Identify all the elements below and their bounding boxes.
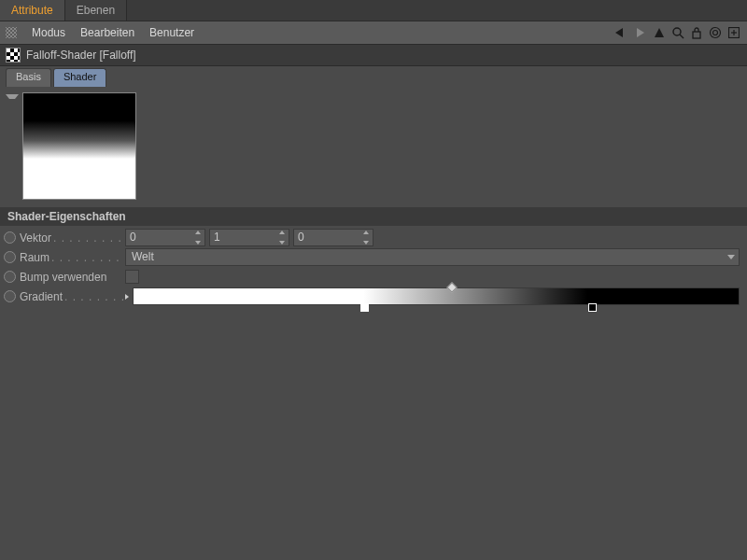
breadcrumb-text: Falloff-Shader [Falloff]	[26, 49, 136, 62]
row-vektor: Vektor . . . . . . . . . . . . . . . . .…	[4, 228, 743, 247]
spinner-icon[interactable]	[195, 231, 203, 245]
shader-preview[interactable]	[22, 92, 136, 200]
shader-type-icon	[6, 48, 21, 63]
subtab-basis[interactable]: Basis	[6, 68, 51, 87]
menu-bearbeiten[interactable]: Bearbeiten	[73, 26, 142, 39]
lock-icon[interactable]	[689, 25, 704, 40]
expand-gradient-icon[interactable]	[125, 294, 129, 300]
subtab-shader[interactable]: Shader	[53, 68, 106, 87]
raum-dropdown[interactable]: Welt	[125, 248, 740, 266]
svg-point-3	[673, 28, 681, 35]
vektor-y-input[interactable]: 1	[209, 229, 289, 246]
vektor-y-value: 1	[214, 231, 220, 244]
new-window-icon[interactable]	[726, 25, 741, 40]
vektor-z-value: 0	[298, 231, 304, 244]
dots: . . . . . . . . . . . . . . . . . . . . …	[53, 231, 125, 245]
forward-icon[interactable]	[633, 25, 648, 40]
svg-point-7	[713, 31, 718, 35]
anim-dot-raum[interactable]	[4, 251, 16, 263]
svg-point-6	[711, 28, 721, 38]
breadcrumb: Falloff-Shader [Falloff]	[0, 45, 747, 66]
label-bump: Bump verwenden	[20, 271, 106, 284]
label-raum: Raum	[20, 251, 49, 264]
row-gradient: Gradient . . . . . . . . . . . . . . . .…	[4, 287, 743, 306]
bump-checkbox[interactable]	[125, 270, 139, 284]
dots: . . . . . . . . . . . . . . . . . . . . …	[51, 251, 125, 264]
menu-modus[interactable]: Modus	[24, 26, 73, 39]
gradient-editor[interactable]	[133, 287, 740, 305]
section-header: Shader-Eigenschaften	[0, 207, 747, 226]
gradient-stop-black[interactable]	[588, 303, 597, 312]
tab-ebenen[interactable]: Ebenen	[65, 0, 127, 21]
row-bump: Bump verwenden	[4, 267, 743, 287]
vektor-z-input[interactable]: 0	[293, 229, 374, 246]
svg-marker-0	[615, 28, 623, 37]
menu-benutzer[interactable]: Benutzer	[142, 26, 202, 39]
vektor-x-value: 0	[130, 231, 136, 244]
up-icon[interactable]	[652, 25, 667, 40]
target-icon[interactable]	[708, 25, 723, 40]
menubar: Modus Bearbeiten Benutzer	[0, 21, 747, 45]
svg-marker-1	[637, 28, 644, 37]
anim-dot-gradient[interactable]	[4, 290, 16, 302]
raum-value: Welt	[132, 250, 154, 263]
svg-line-4	[680, 35, 684, 38]
chevron-down-icon	[727, 255, 735, 259]
fold-icon[interactable]	[6, 94, 19, 105]
vektor-x-input[interactable]: 0	[125, 229, 205, 246]
anim-dot-vektor[interactable]	[4, 231, 16, 244]
anim-dot-bump[interactable]	[4, 271, 16, 283]
tab-attribute[interactable]: Attribute	[0, 0, 65, 21]
row-raum: Raum . . . . . . . . . . . . . . . . . .…	[4, 247, 743, 267]
grid-icon[interactable]	[6, 27, 17, 38]
svg-marker-2	[655, 28, 664, 37]
label-vektor: Vektor	[20, 231, 51, 245]
search-icon[interactable]	[670, 25, 685, 40]
spinner-icon[interactable]	[363, 231, 371, 245]
label-gradient: Gradient	[20, 290, 63, 303]
svg-rect-5	[693, 32, 700, 38]
back-icon[interactable]	[614, 25, 629, 40]
spinner-icon[interactable]	[279, 231, 287, 245]
dots: . . . . . . . . . . . . . . . . . . . . …	[64, 290, 125, 303]
gradient-stop-white[interactable]	[360, 303, 369, 312]
